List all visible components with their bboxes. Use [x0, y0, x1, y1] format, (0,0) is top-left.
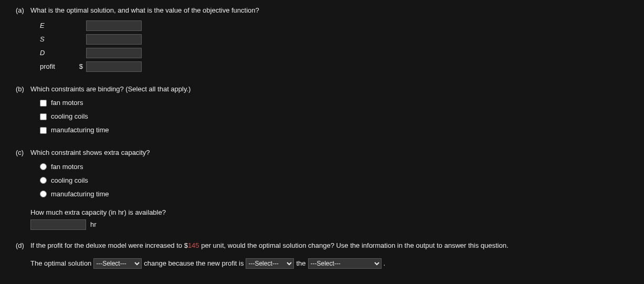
radio-manufacturing-time[interactable]	[40, 191, 47, 197]
radio-label-manufacturing-time: manufacturing time	[51, 189, 109, 199]
checkbox-manufacturing-time[interactable]	[40, 127, 47, 134]
select-change[interactable]: ---Select---	[93, 258, 142, 269]
row-profit: profit $	[40, 60, 628, 73]
checkbox-label-fan-motors: fan motors	[51, 98, 83, 108]
part-d: (d) If the profit for the deluxe model w…	[16, 240, 628, 269]
part-b-question: Which constraints are binding? (Select a…	[30, 84, 628, 94]
row-profit-label: profit	[40, 61, 71, 72]
part-d-body: If the profit for the deluxe model were …	[30, 240, 628, 269]
row-e-label: E	[40, 20, 71, 31]
checkbox-row-fan-motors: fan motors	[40, 96, 628, 110]
part-b-label: (b)	[16, 84, 30, 94]
select-comparison[interactable]: ---Select---	[246, 258, 294, 269]
part-c-input-row: hr	[30, 219, 628, 230]
sentence-t1: The optimal solution	[30, 258, 91, 269]
part-b-options: fan motors cooling coils manufacturing t…	[40, 96, 628, 137]
part-a-grid: E S D profit $	[40, 19, 628, 73]
part-d-question-before: If the profit for the deluxe model were …	[30, 241, 188, 249]
checkbox-row-cooling-coils: cooling coils	[40, 110, 628, 123]
part-d-label: (d)	[16, 240, 30, 251]
part-b: (b) Which constraints are binding? (Sele…	[16, 84, 628, 138]
select-bound[interactable]: ---Select---	[308, 258, 382, 269]
radio-row-fan-motors: fan motors	[40, 160, 628, 174]
radio-row-manufacturing-time: manufacturing time	[40, 187, 628, 201]
checkbox-cooling-coils[interactable]	[40, 113, 47, 120]
sentence-t4: .	[384, 258, 386, 269]
row-profit-prefix: $	[71, 61, 86, 72]
part-c-label: (c)	[16, 148, 30, 158]
radio-cooling-coils[interactable]	[40, 177, 47, 184]
checkbox-label-manufacturing-time: manufacturing time	[51, 125, 109, 135]
unit-hr: hr	[90, 219, 97, 230]
input-extra-capacity[interactable]	[30, 219, 86, 230]
part-c-body: Which constraint shows extra capacity? f…	[30, 148, 628, 230]
part-c-question: Which constraint shows extra capacity?	[30, 148, 628, 158]
part-a-body: What is the optimal solution, and what i…	[30, 5, 628, 73]
row-d: D	[40, 46, 628, 60]
input-e[interactable]	[86, 20, 142, 31]
part-c: (c) Which constraint shows extra capacit…	[16, 148, 628, 230]
part-d-question-after: per unit, would the optimal solution cha…	[199, 241, 509, 249]
row-d-label: D	[40, 48, 71, 58]
checkbox-label-cooling-coils: cooling coils	[51, 111, 88, 122]
part-c-options: fan motors cooling coils manufacturing t…	[40, 160, 628, 201]
radio-fan-motors[interactable]	[40, 163, 47, 170]
checkbox-fan-motors[interactable]	[40, 100, 47, 107]
radio-row-cooling-coils: cooling coils	[40, 174, 628, 187]
price-value: 145	[188, 241, 199, 249]
part-d-sentence: The optimal solution ---Select--- change…	[30, 258, 628, 269]
part-b-body: Which constraints are binding? (Select a…	[30, 84, 628, 138]
part-c-subquestion: How much extra capacity (in hr) is avail…	[30, 207, 628, 218]
checkbox-row-manufacturing-time: manufacturing time	[40, 123, 628, 137]
part-a-question: What is the optimal solution, and what i…	[30, 5, 628, 16]
row-s-label: S	[40, 34, 71, 45]
input-s[interactable]	[86, 34, 142, 45]
radio-label-cooling-coils: cooling coils	[51, 175, 88, 186]
sentence-t2: change because the new profit is	[144, 258, 244, 269]
input-d[interactable]	[86, 48, 142, 58]
part-d-question: If the profit for the deluxe model were …	[30, 240, 628, 251]
sentence-t3: the	[296, 258, 305, 269]
part-a-label: (a)	[16, 5, 30, 16]
part-a: (a) What is the optimal solution, and wh…	[16, 5, 628, 73]
input-profit[interactable]	[86, 61, 142, 72]
row-s: S	[40, 33, 628, 46]
row-e: E	[40, 19, 628, 33]
radio-label-fan-motors: fan motors	[51, 162, 83, 172]
